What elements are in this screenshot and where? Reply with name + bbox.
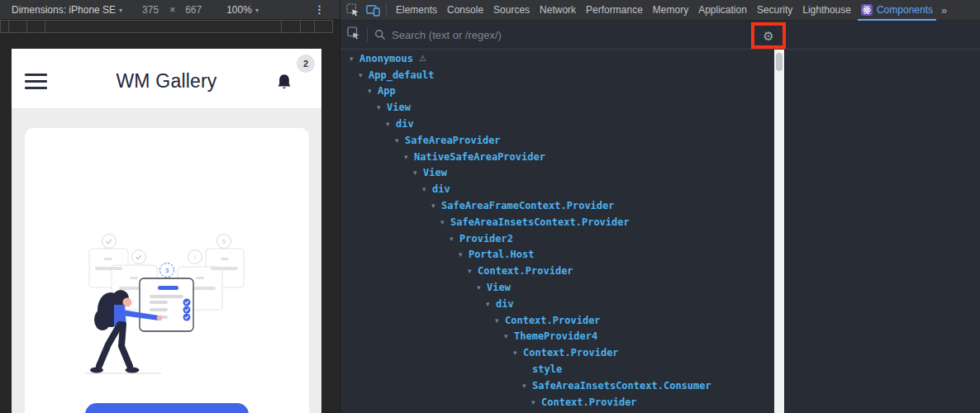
tree-node-app[interactable]: ▾App — [340, 83, 774, 100]
tab-elements[interactable]: Elements — [391, 0, 442, 21]
tree-node-context-provider[interactable]: ▾Context.Provider — [340, 263, 774, 279]
component-name: View — [423, 167, 447, 178]
tab-memory[interactable]: Memory — [648, 0, 693, 21]
tree-node-safeareainsetscontext-provider[interactable]: ▾SafeAreaInsetsContext.Provider — [340, 214, 774, 230]
component-name: Context.Provider — [505, 315, 601, 326]
toolbar-divider — [386, 4, 387, 17]
expander-caret-icon[interactable]: ▾ — [422, 185, 430, 193]
tree-node-div[interactable]: ▾div — [340, 296, 774, 312]
tree-node-context-provider[interactable]: ▾Context.Provider — [340, 344, 774, 361]
expander-caret-icon[interactable]: ▾ — [486, 300, 493, 308]
settings-gear-icon[interactable]: ⚙ — [763, 30, 773, 42]
media-query-segment — [300, 20, 315, 33]
app-body: ! 5 3 — [12, 108, 321, 413]
dimensions-dropdown[interactable]: Dimensions: iPhone SE▾ — [12, 4, 122, 16]
search-input[interactable] — [392, 29, 706, 41]
tab-label: Console — [447, 4, 483, 16]
svg-text:3: 3 — [165, 267, 169, 274]
viewport-width-field[interactable]: 375 — [142, 4, 159, 16]
zoom-dropdown[interactable]: 100%▾ — [226, 4, 259, 16]
expander-caret-icon[interactable]: ▾ — [440, 218, 448, 226]
expander-caret-icon[interactable]: ▾ — [459, 250, 466, 259]
expander-caret-icon[interactable]: ▾ — [350, 55, 357, 63]
react-logo-icon — [861, 4, 873, 16]
expander-caret-icon[interactable]: ▾ — [495, 316, 502, 325]
expander-caret-icon[interactable]: ▾ — [368, 87, 375, 95]
media-query-segment — [8, 20, 27, 33]
tab-lighthouse[interactable]: Lighthouse — [797, 0, 856, 21]
expander-caret-icon[interactable]: ▾ — [377, 103, 384, 112]
component-name: SafeAreaProvider — [405, 135, 501, 146]
component-name: Context.Provider — [523, 347, 619, 358]
chevron-down-icon: ▾ — [119, 7, 122, 14]
scrollbar-thumb[interactable] — [776, 53, 783, 71]
viewport-height-field[interactable]: 667 — [185, 4, 202, 16]
expander-caret-icon[interactable]: ▾ — [522, 382, 530, 390]
more-options-kebab-icon[interactable]: ⋮ — [314, 3, 325, 16]
components-panel-content: ▾Anonymous⚠▾App_default▾App▾View▾div▾Saf… — [340, 49, 980, 413]
component-name: div — [496, 298, 514, 310]
tree-node-app-default[interactable]: ▾App_default — [340, 67, 774, 83]
tab-components[interactable]: Components — [856, 0, 938, 21]
tree-node-style[interactable]: style — [340, 361, 774, 377]
tab-label: Security — [757, 4, 792, 16]
tab-console[interactable]: Console — [442, 0, 488, 21]
tab-label: Components — [877, 4, 933, 16]
select-component-icon[interactable] — [347, 26, 360, 43]
tree-node-view[interactable]: ▾View — [340, 165, 774, 182]
component-name: View — [487, 282, 511, 293]
tab-security[interactable]: Security — [752, 0, 797, 21]
component-name: NativeSafeAreaProvider — [414, 151, 545, 163]
tree-node-portal-host[interactable]: ▾Portal.Host — [340, 247, 774, 263]
component-name: Portal.Host — [469, 249, 534, 260]
component-name: Anonymous — [359, 53, 413, 64]
tree-node-nativesafeareaprovider[interactable]: ▾NativeSafeAreaProvider — [340, 149, 774, 165]
expander-caret-icon[interactable]: ▾ — [359, 71, 366, 79]
tree-scrollbar[interactable] — [774, 50, 784, 413]
expander-caret-icon[interactable]: ▾ — [468, 267, 475, 275]
tree-node-context-provider[interactable]: ▾Context.Provider — [340, 312, 774, 329]
emulation-toolbar: Dimensions: iPhone SE▾ 375 × 667 100%▾ ⋮ — [0, 0, 340, 20]
app-header: WM Gallery 2 — [12, 49, 321, 108]
notification-bell-icon[interactable] — [274, 71, 295, 94]
tree-node-safeareaprovider[interactable]: ▾SafeAreaProvider — [340, 132, 774, 149]
tree-node-view[interactable]: ▾View — [340, 99, 774, 116]
tab-application[interactable]: Application — [693, 0, 752, 21]
tree-node-themeprovider4[interactable]: ▾ThemeProvider4 — [340, 329, 774, 345]
expander-caret-icon[interactable]: ▾ — [513, 349, 521, 357]
tab-label: Lighthouse — [802, 4, 851, 16]
empty-state-illustration: ! 5 3 — [73, 234, 263, 381]
devtools-right-pane — [784, 50, 980, 413]
expander-caret-icon[interactable]: ▾ — [431, 202, 439, 210]
devtools-pane: ElementsConsoleSourcesNetworkPerformance… — [340, 0, 980, 413]
more-tabs-chevron-icon[interactable]: » — [941, 4, 947, 17]
tree-node-safeareainsetscontext-consumer[interactable]: ▾SafeAreaInsetsContext.Consumer — [340, 377, 774, 394]
component-name: SafeAreaInsetsContext.Consumer — [532, 380, 711, 392]
tab-network[interactable]: Network — [535, 0, 581, 21]
primary-action-button[interactable] — [85, 403, 249, 413]
components-search-bar: ⚙ — [340, 21, 980, 49]
expander-caret-icon[interactable]: ▾ — [395, 136, 402, 145]
tab-performance[interactable]: Performance — [581, 0, 648, 21]
expander-caret-icon[interactable]: ▾ — [413, 169, 421, 177]
expander-caret-icon[interactable]: ▾ — [404, 153, 412, 161]
inspect-element-icon[interactable] — [345, 2, 360, 17]
component-name: SafeAreaInsetsContext.Provider — [450, 216, 630, 228]
device-toolbar-icon[interactable] — [365, 2, 380, 17]
tree-node-safeareaframecontext-provider[interactable]: ▾SafeAreaFrameContext.Provider — [340, 197, 774, 214]
warning-icon: ⚠ — [419, 54, 426, 63]
media-query-segment — [26, 20, 45, 33]
tree-node-div[interactable]: ▾div — [340, 181, 774, 197]
expander-caret-icon[interactable]: ▾ — [450, 235, 457, 243]
expander-caret-icon[interactable]: ▾ — [504, 332, 511, 340]
tree-node-view[interactable]: ▾View — [340, 279, 774, 296]
tree-node-anonymous[interactable]: ▾Anonymous⚠ — [340, 50, 774, 67]
component-name: View — [387, 102, 411, 113]
tab-sources[interactable]: Sources — [488, 0, 535, 21]
tree-node-provider2[interactable]: ▾Provider2 — [340, 230, 774, 247]
tree-node-context-provider[interactable]: ▾Context.Provider — [340, 394, 774, 411]
expander-caret-icon[interactable]: ▾ — [386, 120, 393, 128]
tree-node-div[interactable]: ▾div — [340, 116, 774, 132]
expander-caret-icon[interactable]: ▾ — [477, 283, 484, 292]
expander-caret-icon[interactable]: ▾ — [531, 398, 539, 406]
